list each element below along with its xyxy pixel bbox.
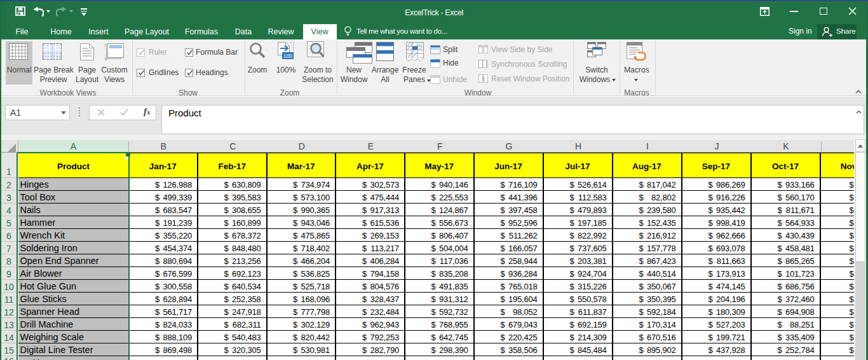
svg-text:100: 100 bbox=[283, 53, 292, 59]
